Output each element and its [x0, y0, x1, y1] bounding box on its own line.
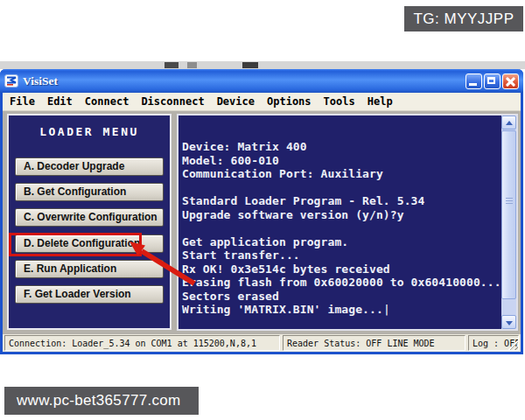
background-window-fragment: [187, 62, 197, 68]
terminal-line-device-matrix-400: Device: Matrix 400: [182, 140, 497, 154]
menu-item-file[interactable]: File: [7, 94, 38, 109]
window-title: VisiSet: [23, 74, 464, 88]
loader-menu-panel: LOADER MENU A. Decoder UpgradeB. Get Con…: [7, 114, 172, 330]
background-window-fragment: [164, 62, 178, 68]
watermark: www.pc-bet365777.com: [4, 387, 199, 415]
tg-badge: TG: MYYJJPP: [404, 6, 523, 32]
terminal-line-start-transfer: Start transfer...: [182, 248, 497, 262]
loader-button-e-run-application[interactable]: E. Run Application: [15, 260, 164, 278]
close-button[interactable]: [502, 74, 519, 89]
status-bar: Connection: Loader_5.34 on COM1 at 11520…: [3, 334, 521, 352]
terminal-line-blank: [182, 221, 497, 235]
menu-item-device[interactable]: Device: [214, 94, 257, 109]
visiset-logo-icon: [4, 74, 18, 88]
menu-item-options[interactable]: Options: [264, 94, 314, 109]
title-bar[interactable]: VisiSet: [0, 69, 523, 93]
visiset-window: VisiSet FileEditConnectDisconnectDeviceO…: [0, 69, 523, 354]
loader-button-d-delete-configuration[interactable]: D. Delete Configuration: [15, 234, 164, 253]
menu-item-help[interactable]: Help: [365, 94, 396, 109]
loader-button-a-decoder-upgrade[interactable]: A. Decoder Upgrade: [15, 158, 164, 176]
scrollbar-grip-icon: [506, 198, 513, 206]
loader-button-list: A. Decoder UpgradeB. Get ConfigurationC.…: [9, 116, 170, 328]
terminal-line-erasing-flash-from-0x6002000: Erasing flash from 0x60020000 to 0x60410…: [182, 276, 497, 290]
loader-button-f-get-loader-version[interactable]: F. Get Loader Version: [15, 285, 164, 304]
menu-item-edit[interactable]: Edit: [45, 94, 75, 109]
background-window-strip: [0, 61, 525, 69]
terminal-scrollbar[interactable]: [501, 116, 516, 329]
terminal-line-rx-ok-0x3e514c-bytes-receive: Rx OK! 0x3e514c bytes received: [182, 262, 497, 276]
terminal-line-standard-loader-program-rel-: Standard Loader Program - Rel. 5.34: [182, 194, 497, 208]
status-connection: Connection: Loader_5.34 on COM1 at 11520…: [4, 335, 280, 351]
client-area: LOADER MENU A. Decoder UpgradeB. Get Con…: [3, 111, 521, 334]
menu-item-disconnect[interactable]: Disconnect: [138, 94, 206, 109]
scroll-down-icon[interactable]: [501, 315, 516, 329]
status-reader: Reader Status: OFF LINE MODE: [283, 335, 466, 351]
terminal-line-writing-matrix-bin-image: Writing 'MATRIX.BIN' image...: [182, 303, 497, 317]
menu-item-connect[interactable]: Connect: [82, 94, 132, 109]
terminal-line-model-600-010: Model: 600-010: [182, 154, 497, 168]
loader-button-c-overwrite-configuration[interactable]: C. Overwrite Configuration: [15, 208, 164, 227]
terminal-line-blank: [182, 181, 497, 195]
status-log: Log : OFF: [468, 335, 519, 351]
terminal-line-upgrade-software-version-y-n: Upgrade software version (y/n)?y: [182, 208, 497, 222]
scrollbar-thumb[interactable]: [501, 130, 516, 299]
terminal-line-get-application-program: Get application program.: [182, 235, 497, 249]
loader-button-b-get-configuration[interactable]: B. Get Configuration: [15, 183, 164, 201]
menu-bar: FileEditConnectDisconnectDeviceOptionsTo…: [3, 93, 521, 111]
terminal-lines: Device: Matrix 400Model: 600-010Communic…: [182, 140, 497, 317]
minimize-button[interactable]: [466, 74, 482, 89]
scroll-up-icon[interactable]: [501, 116, 516, 130]
terminal-output-panel: Device: Matrix 400Model: 600-010Communic…: [177, 114, 518, 331]
terminal-line-communication-port-auxiliary: Communication Port: Auxiliary: [182, 167, 497, 181]
maximize-button[interactable]: [484, 74, 500, 89]
terminal-line-sectors-erased: Sectors erased: [182, 290, 497, 304]
background-window-fragment: [242, 62, 258, 68]
screenshot-stage: TG: MYYJJPP VisiSet FileEditConnectDisco…: [0, 0, 525, 420]
menu-item-tools[interactable]: Tools: [321, 94, 358, 109]
